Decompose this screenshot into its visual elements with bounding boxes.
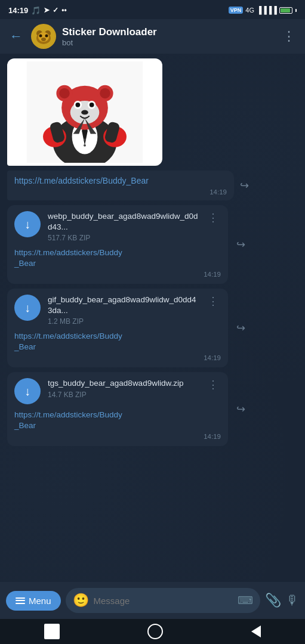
chat-area: https://t.me/addstickers/Buddy_Bear 14:1… (0, 54, 305, 582)
link-1-time: 14:19 (210, 188, 227, 196)
file-link-row-3: https://t.me/addstickers/Buddy_Bear (14, 409, 221, 431)
file-footer-1: 14:19 (14, 271, 221, 278)
signal-strength: 4G (245, 7, 254, 14)
chat-title: Sticker Downloader (62, 26, 274, 38)
file-message-2-row: ↓ gif_buddy_bear_agad8wad9wlidw_d0dd43da… (0, 287, 305, 369)
chat-header: ← Sticker Downloader bot ⋮ (0, 19, 305, 54)
location-icon: ➤ (44, 6, 50, 14)
bear-illustration (25, 61, 144, 163)
file-footer-3: 14:19 (14, 433, 221, 440)
menu-button[interactable]: Menu (6, 591, 61, 611)
forward-icon-3: ↪ (236, 321, 245, 335)
mic-button[interactable]: 🎙 (286, 593, 299, 608)
header-info: Sticker Downloader bot (62, 26, 274, 47)
file-message-3-row: ↓ tgs_buddy_bear_agad8wad9wlidw.zip 14.7… (0, 371, 305, 447)
vpn-badge: VPN (229, 7, 244, 14)
message-input-area[interactable]: 🙂 ⌨ (66, 588, 260, 613)
file-time-3: 14:19 (204, 433, 221, 440)
file-link-2[interactable]: https://t.me/addstickers/Buddy_Bear (14, 332, 122, 351)
menu-icon (16, 597, 25, 604)
file-more-1[interactable]: ⋮ (205, 211, 221, 224)
file-bubble-2-inner: ↓ gif_buddy_bear_agad8wad9wlidw_d0dd43da… (14, 295, 221, 326)
file-time-2: 14:19 (204, 354, 221, 361)
file-footer-2: 14:19 (14, 354, 221, 361)
svg-point-29 (84, 138, 86, 141)
file-link-row-1: https://t.me/addstickers/Buddy_Bear (14, 247, 221, 268)
file-size-2: 1.2 MB ZIP (48, 317, 198, 326)
file-bubble-3-inner: ↓ tgs_buddy_bear_agad8wad9wlidw.zip 14.7… (14, 378, 221, 404)
file-info-3: tgs_buddy_bear_agad8wad9wlidw.zip 14.7 K… (48, 378, 198, 399)
sticker-image (7, 58, 162, 166)
file-name-2: gif_buddy_bear_agad8wad9wlidw_d0dd43da..… (48, 295, 198, 315)
svg-point-22 (81, 110, 88, 115)
svg-point-7 (41, 38, 46, 41)
forward-button-3[interactable]: ↪ (230, 318, 251, 338)
download-icon-2: ↓ (24, 301, 30, 315)
nav-home-button[interactable] (147, 624, 163, 639)
svg-point-20 (75, 103, 80, 107)
file-bubble-2: ↓ gif_buddy_bear_agad8wad9wlidw_d0dd43da… (7, 289, 228, 367)
avatar-inner (32, 25, 55, 48)
file-link-3[interactable]: https://t.me/addstickers/Buddy_Bear (14, 410, 122, 430)
status-time: 14:19 🎵 ➤ ✓ •• (8, 6, 67, 15)
file-more-3[interactable]: ⋮ (205, 378, 221, 391)
chat-subtitle: bot (62, 38, 274, 47)
svg-point-5 (39, 35, 42, 38)
sticker-message (0, 58, 305, 168)
status-indicators: VPN 4G ▐▐▐▐ (229, 6, 297, 14)
svg-point-16 (100, 88, 110, 98)
forward-button-1[interactable]: ↪ (234, 175, 254, 196)
check-icon: ✓ (53, 6, 58, 14)
attach-button[interactable]: 📎 (265, 593, 281, 608)
file-size-3: 14.7 KB ZIP (48, 391, 198, 399)
link-1[interactable]: https://t.me/addstickers/Buddy_Bear (14, 176, 149, 185)
link-bubble-1: https://t.me/addstickers/Buddy_Bear 14:1… (7, 171, 234, 200)
download-button-2[interactable]: ↓ (14, 295, 41, 321)
back-button[interactable]: ← (7, 26, 25, 47)
forward-icon-1: ↪ (240, 179, 249, 192)
file-link-1[interactable]: https://t.me/addstickers/Buddy_Bear (14, 248, 122, 268)
message-input[interactable] (94, 596, 233, 606)
forward-button-4[interactable]: ↪ (230, 399, 251, 419)
file-bubble-1: ↓ webp_buddy_bear_agad8wad9wlidw_d0dd43.… (7, 205, 228, 284)
file-info-1: webp_buddy_bear_agad8wad9wlidw_d0dd43...… (48, 211, 198, 242)
file-bubble-1-inner: ↓ webp_buddy_bear_agad8wad9wlidw_d0dd43.… (14, 211, 221, 242)
spotify-icon: 🎵 (31, 6, 41, 15)
svg-point-30 (84, 144, 86, 147)
file-name-3: tgs_buddy_bear_agad8wad9wlidw.zip (48, 378, 198, 389)
status-bar: 14:19 🎵 ➤ ✓ •• VPN 4G ▐▐▐▐ (0, 0, 305, 19)
download-button-1[interactable]: ↓ (14, 211, 41, 237)
file-bubble-3: ↓ tgs_buddy_bear_agad8wad9wlidw.zip 14.7… (7, 372, 228, 446)
forward-icon-4: ↪ (236, 402, 245, 416)
header-menu-button[interactable]: ⋮ (280, 26, 298, 47)
svg-point-21 (90, 103, 94, 107)
nav-bar (0, 619, 305, 644)
forward-icon-2: ↪ (236, 238, 245, 251)
nav-back-button[interactable] (251, 626, 261, 637)
file-time-1: 14:19 (204, 271, 221, 278)
wifi-icon: ▐▐▐▐ (257, 6, 277, 14)
file-message-1-row: ↓ webp_buddy_bear_agad8wad9wlidw_d0dd43.… (0, 204, 305, 285)
battery-indicator (279, 7, 292, 14)
nav-square-button[interactable] (44, 624, 60, 639)
svg-point-6 (45, 35, 48, 38)
forward-button-2[interactable]: ↪ (230, 234, 251, 255)
bottom-bar: Menu 🙂 ⌨ 📎 🎙 (0, 582, 305, 619)
file-size-1: 517.7 KB ZIP (48, 234, 198, 242)
avatar (31, 24, 56, 49)
svg-point-14 (59, 88, 69, 98)
file-name-1: webp_buddy_bear_agad8wad9wlidw_d0dd43... (48, 211, 198, 232)
battery-fill (281, 8, 290, 13)
keyboard-icon[interactable]: ⌨ (238, 594, 253, 607)
emoji-button[interactable]: 🙂 (73, 593, 89, 608)
file-more-2[interactable]: ⋮ (205, 295, 221, 308)
download-icon-3: ↓ (24, 385, 30, 398)
file-info-2: gif_buddy_bear_agad8wad9wlidw_d0dd43da..… (48, 295, 198, 326)
dots-icon: •• (61, 6, 66, 14)
download-icon-1: ↓ (24, 218, 30, 231)
download-button-3[interactable]: ↓ (14, 378, 41, 404)
sticker-bubble (7, 58, 162, 166)
link-1-footer: 14:19 (14, 188, 227, 196)
link-message-1-row: https://t.me/addstickers/Buddy_Bear 14:1… (0, 171, 305, 204)
battery-tip (295, 9, 297, 12)
